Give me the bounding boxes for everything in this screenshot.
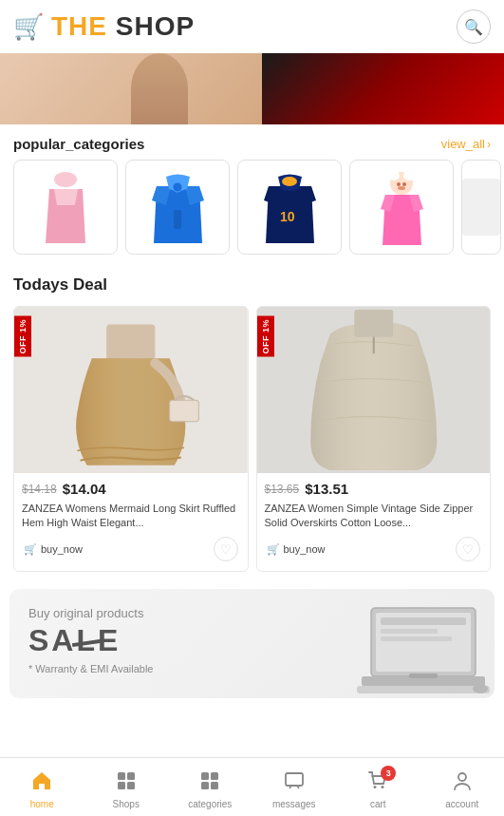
svg-rect-32 (381, 617, 466, 625)
svg-rect-25 (170, 400, 199, 422)
sale-strike-l: L (76, 624, 98, 657)
deal-price-row-1: $14.18 $14.04 (22, 481, 240, 497)
sale-s: S (28, 623, 51, 657)
svg-rect-40 (127, 772, 135, 780)
svg-point-17 (402, 182, 406, 186)
nav-item-cart[interactable]: 3 cart (336, 765, 420, 809)
nav-label-account: account (445, 799, 478, 809)
costume-icon (371, 169, 433, 245)
buy-now-button-1[interactable]: 🛒 buy_now (24, 543, 83, 556)
wishlist-button-1[interactable]: ♡ (214, 537, 238, 561)
sale-tag-text: Buy original products (28, 606, 274, 620)
price-original-1: $14.18 (22, 483, 57, 496)
deal-desc-2: ZANZEA Women Simple Vintage Side Zipper … (265, 502, 483, 530)
nav-item-shops[interactable]: Shops (84, 765, 169, 809)
svg-rect-44 (211, 772, 218, 780)
banner-left (0, 53, 262, 124)
categories-icon (199, 770, 220, 796)
nav-label-cart: cart (370, 799, 386, 809)
svg-rect-37 (409, 674, 438, 678)
category-card-hoodie[interactable] (125, 160, 230, 255)
home-icon (31, 770, 52, 796)
buy-now-button-2[interactable]: 🛒 buy_now (267, 543, 326, 556)
sale-banner: Buy original products SALE * Warranty & … (9, 589, 495, 698)
nav-item-account[interactable]: account (420, 765, 505, 809)
deal-card-1: OFF 1% (13, 306, 249, 572)
search-icon: 🔍 (464, 18, 483, 36)
sale-warranty-text: * Warranty & EMI Available (28, 663, 274, 674)
sale-word: SALE (28, 624, 274, 657)
sale-a: A (51, 623, 76, 657)
nav-label-categories: categories (188, 799, 232, 809)
messages-icon (284, 770, 305, 796)
deal-price-row-2: $13.65 $13.51 (265, 481, 483, 497)
deal-info-1: $14.18 $14.04 ZANZEA Womens Mermaid Long… (14, 473, 248, 571)
category-card-costume[interactable] (349, 160, 454, 255)
svg-marker-2 (54, 189, 78, 205)
svg-point-48 (374, 786, 377, 788)
cart-icon: 3 (367, 770, 388, 796)
svg-rect-41 (118, 782, 125, 789)
svg-rect-47 (286, 773, 303, 786)
deal-image-2: OFF 1% (257, 307, 491, 473)
svg-rect-43 (201, 772, 209, 780)
bottom-nav: home Shops categories (0, 757, 504, 816)
svg-rect-29 (354, 310, 393, 337)
banner-right (262, 53, 504, 124)
shops-icon (116, 770, 137, 796)
svg-point-16 (397, 182, 401, 186)
nav-item-categories[interactable]: categories (168, 765, 252, 809)
product-image-1 (14, 307, 248, 473)
svg-text:10: 10 (280, 209, 295, 224)
deal-desc-1: ZANZEA Womens Mermaid Long Skirt Ruffled… (22, 502, 240, 530)
svg-rect-24 (106, 324, 155, 363)
deal-actions-1: 🛒 buy_now ♡ (22, 537, 240, 567)
svg-point-6 (173, 182, 182, 192)
logo-the: THE (51, 11, 107, 41)
svg-point-50 (458, 773, 466, 781)
categories-section-header: popular_categories view_all › (0, 124, 504, 160)
svg-rect-36 (357, 686, 490, 693)
category-card-jersey[interactable]: 10 (237, 160, 342, 255)
account-icon (452, 770, 473, 796)
svg-point-11 (282, 177, 297, 186)
search-button[interactable]: 🔍 (457, 9, 491, 44)
logo-text: THE SHOP (51, 11, 195, 42)
svg-rect-7 (174, 210, 181, 229)
dress-icon (40, 172, 92, 243)
heart-icon-2: ♡ (462, 542, 474, 557)
buy-now-label-2: buy_now (284, 543, 326, 555)
svg-rect-42 (127, 782, 135, 789)
header: 🛒 THE SHOP 🔍 (0, 0, 504, 53)
nav-label-home: home (30, 799, 54, 809)
nav-label-messages: messages (272, 799, 316, 809)
svg-point-18 (398, 186, 405, 190)
sale-e: E (98, 623, 121, 657)
nav-item-messages[interactable]: messages (252, 765, 337, 809)
view-all-button[interactable]: view_all › (441, 137, 491, 151)
svg-point-0 (54, 172, 77, 187)
cart-icon-2: 🛒 (267, 543, 280, 556)
nav-label-shops: Shops (113, 799, 140, 809)
svg-rect-39 (118, 772, 125, 780)
bottom-spacer (0, 698, 504, 765)
svg-rect-45 (201, 782, 209, 789)
cart-badge: 3 (381, 766, 396, 781)
svg-point-14 (388, 171, 400, 180)
buy-now-label-1: buy_now (41, 543, 83, 555)
category-card-dress[interactable] (13, 160, 118, 255)
cart-logo-icon: 🛒 (13, 12, 44, 42)
svg-point-38 (473, 684, 488, 693)
jersey-icon: 10 (259, 172, 321, 243)
logo-shop: SHOP (116, 11, 195, 41)
hoodie-icon (147, 172, 209, 243)
nav-item-home[interactable]: home (0, 765, 84, 809)
category-card-extra[interactable] (461, 160, 501, 255)
deal-badge-1: OFF 1% (14, 316, 31, 357)
deal-image-1: OFF 1% (14, 307, 248, 473)
wishlist-button-2[interactable]: ♡ (456, 537, 480, 561)
cart-icon-1: 🛒 (24, 543, 37, 556)
svg-point-49 (382, 786, 384, 788)
price-sale-1: $14.04 (63, 481, 106, 497)
chevron-right-icon: › (487, 138, 491, 151)
